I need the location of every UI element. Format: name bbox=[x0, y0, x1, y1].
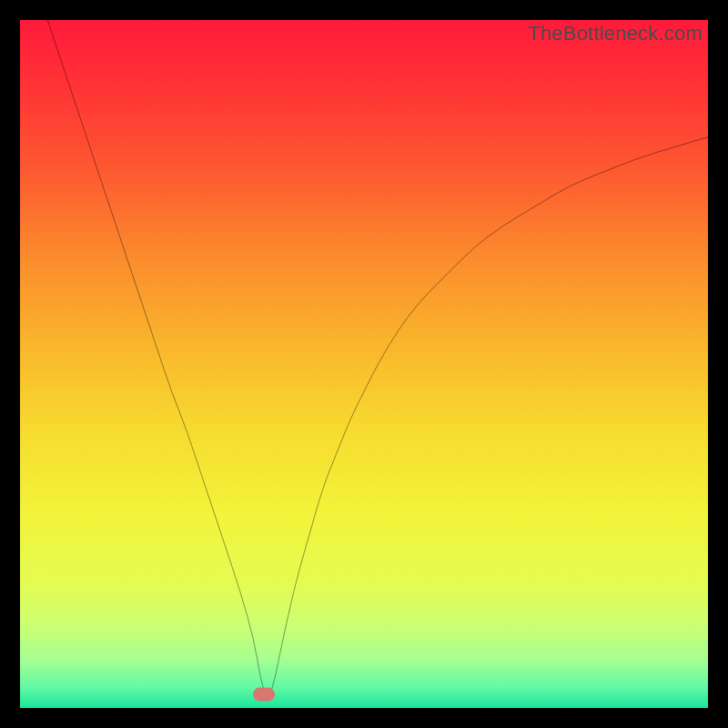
chart-stage: TheBottleneck.com bbox=[0, 0, 728, 728]
gradient-svg bbox=[20, 20, 708, 708]
plot-area: TheBottleneck.com bbox=[20, 20, 708, 708]
watermark-label: TheBottleneck.com bbox=[528, 22, 703, 46]
optimum-marker bbox=[253, 687, 275, 701]
gradient-rect bbox=[20, 20, 708, 708]
plot-background bbox=[20, 20, 708, 708]
